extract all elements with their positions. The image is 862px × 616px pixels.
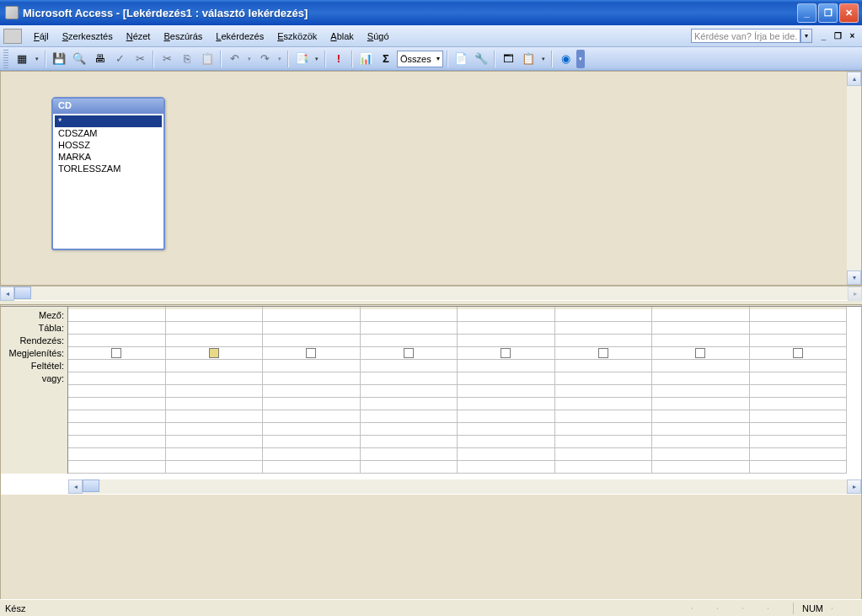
grid-cell[interactable] [555, 335, 653, 347]
redo-dropdown[interactable]: ▾ [276, 50, 284, 68]
scroll-up-button[interactable]: ▴ [847, 72, 861, 86]
menu-help[interactable]: Súgó [361, 29, 396, 44]
field-item[interactable]: HOSSZ [55, 139, 162, 151]
grid-cell[interactable] [750, 410, 848, 423]
grid-cell-show[interactable] [458, 347, 555, 360]
view-button[interactable]: ▦ [13, 50, 31, 68]
grid-cell[interactable] [750, 309, 848, 322]
grid-cell[interactable] [166, 360, 264, 372]
grid-cell[interactable] [361, 335, 458, 347]
grid-cell[interactable] [166, 309, 264, 322]
grid-cell[interactable] [652, 423, 750, 436]
grid-cell[interactable] [68, 309, 166, 322]
scroll-thumb[interactable] [83, 479, 99, 492]
view-dropdown[interactable]: ▾ [33, 50, 41, 68]
grid-cell[interactable] [555, 461, 653, 474]
close-button[interactable]: ✕ [839, 3, 859, 23]
show-checkbox[interactable] [306, 348, 316, 358]
help-button[interactable]: ◉ [556, 50, 575, 68]
qbe-grid[interactable]: Mező: Tábla: Rendezés: Megjelenítés: Fe [1, 306, 861, 495]
toolbar-options[interactable]: ▾ [576, 50, 585, 68]
grid-cell[interactable] [652, 398, 750, 410]
menu-query[interactable]: Lekérdezés [209, 29, 270, 44]
grid-cell[interactable] [68, 461, 166, 474]
scroll-left-button[interactable]: ◂ [0, 287, 14, 301]
grid-cell-show[interactable] [750, 347, 848, 360]
grid-cell[interactable] [750, 335, 848, 347]
grid-cell[interactable] [166, 448, 264, 461]
grid-cell[interactable] [263, 423, 361, 436]
grid-cell[interactable] [263, 322, 361, 335]
help-search-dropdown[interactable]: ▾ [800, 29, 812, 43]
grid-cell[interactable] [263, 448, 361, 461]
grid-cell[interactable] [68, 322, 166, 335]
grid-cell[interactable] [166, 372, 264, 385]
grid-cell[interactable] [361, 372, 458, 385]
grid-cell[interactable] [458, 410, 555, 423]
grid-cell[interactable] [263, 436, 361, 448]
grid-cell[interactable] [361, 360, 458, 372]
menu-view[interactable]: Nézet [120, 29, 158, 44]
grid-cell[interactable] [458, 423, 555, 436]
grid-cell[interactable] [555, 423, 653, 436]
grid-cell[interactable] [263, 410, 361, 423]
scroll-left-button[interactable]: ◂ [68, 479, 83, 494]
grid-cell-show[interactable] [361, 347, 458, 360]
grid-cell[interactable] [458, 372, 555, 385]
grid-cell-show[interactable] [263, 347, 361, 360]
totals-button[interactable]: Σ [377, 50, 395, 68]
diagram-hscroll[interactable]: ◂ ▸ [0, 286, 862, 300]
query-type-dropdown[interactable]: ▾ [313, 50, 321, 68]
grid-cell[interactable] [263, 360, 361, 372]
grid-cell[interactable] [68, 448, 166, 461]
grid-cell[interactable] [555, 448, 653, 461]
undo-button[interactable]: ↶ [225, 50, 244, 68]
grid-cell[interactable] [263, 309, 361, 322]
show-checkbox[interactable] [598, 348, 608, 358]
grid-cell[interactable] [458, 448, 555, 461]
spelling-button[interactable]: ✓ [110, 50, 129, 68]
grid-cell[interactable] [652, 335, 750, 347]
format-painter-button[interactable]: ✂ [131, 50, 149, 68]
new-object-button[interactable]: 📋 [519, 50, 538, 68]
grid-cell[interactable] [458, 360, 555, 372]
new-object-dropdown[interactable]: ▾ [539, 50, 548, 68]
grid-cell[interactable] [68, 335, 166, 347]
grid-cell[interactable] [652, 309, 750, 322]
grid-cell[interactable] [166, 335, 264, 347]
grid-cell[interactable] [166, 322, 264, 335]
menu-edit[interactable]: Szerkesztés [56, 29, 120, 44]
show-checkbox[interactable] [695, 348, 705, 358]
help-search-input[interactable] [691, 29, 800, 43]
toolbar-grip[interactable] [3, 50, 8, 68]
grid-cell[interactable] [458, 398, 555, 410]
field-item[interactable]: MARKA [55, 151, 162, 163]
show-checkbox[interactable] [793, 348, 803, 358]
minimize-button[interactable]: _ [797, 3, 816, 23]
grid-cell[interactable] [68, 423, 166, 436]
grid-cell[interactable] [361, 448, 458, 461]
grid-cell[interactable] [166, 436, 264, 448]
database-window-button[interactable]: 🗔 [499, 50, 517, 68]
grid-cell[interactable] [68, 436, 166, 448]
show-checkbox[interactable] [404, 348, 414, 358]
save-button[interactable]: 💾 [50, 50, 68, 68]
grid-cell[interactable] [166, 385, 264, 398]
scroll-thumb[interactable] [14, 287, 31, 299]
grid-cell[interactable] [361, 322, 458, 335]
print-preview-button[interactable]: 🔍 [70, 50, 88, 68]
grid-cell[interactable] [361, 436, 458, 448]
grid-cell[interactable] [555, 410, 653, 423]
grid-cell-show[interactable] [652, 347, 750, 360]
mdi-restore-button[interactable]: ❐ [832, 29, 844, 42]
grid-cell-show[interactable] [555, 347, 653, 360]
menu-insert[interactable]: Beszúrás [157, 29, 209, 44]
grid-cell[interactable] [750, 398, 848, 410]
grid-cell[interactable] [263, 461, 361, 474]
grid-cell[interactable] [263, 398, 361, 410]
redo-button[interactable]: ↷ [255, 50, 274, 68]
grid-cell[interactable] [555, 309, 653, 322]
grid-cell[interactable] [652, 410, 750, 423]
grid-cell[interactable] [555, 385, 653, 398]
grid-cell[interactable] [555, 398, 653, 410]
